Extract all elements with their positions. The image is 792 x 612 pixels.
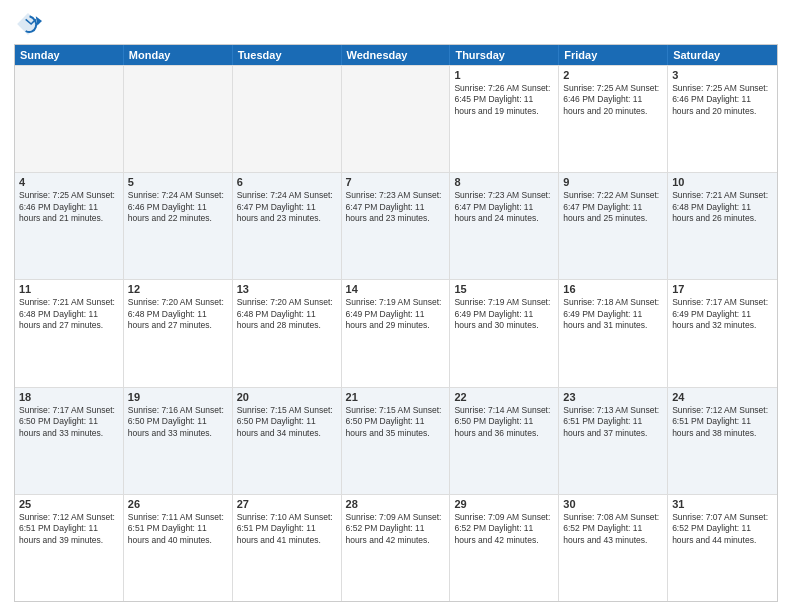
header — [14, 10, 778, 38]
day-details: Sunrise: 7:14 AM Sunset: 6:50 PM Dayligh… — [454, 405, 554, 439]
day-number: 11 — [19, 283, 119, 295]
day-27: 27Sunrise: 7:10 AM Sunset: 6:51 PM Dayli… — [233, 495, 342, 601]
day-details: Sunrise: 7:10 AM Sunset: 6:51 PM Dayligh… — [237, 512, 337, 546]
day-details: Sunrise: 7:08 AM Sunset: 6:52 PM Dayligh… — [563, 512, 663, 546]
day-11: 11Sunrise: 7:21 AM Sunset: 6:48 PM Dayli… — [15, 280, 124, 386]
day-details: Sunrise: 7:24 AM Sunset: 6:46 PM Dayligh… — [128, 190, 228, 224]
day-14: 14Sunrise: 7:19 AM Sunset: 6:49 PM Dayli… — [342, 280, 451, 386]
empty-cell — [124, 66, 233, 172]
day-number: 6 — [237, 176, 337, 188]
day-details: Sunrise: 7:20 AM Sunset: 6:48 PM Dayligh… — [237, 297, 337, 331]
day-details: Sunrise: 7:19 AM Sunset: 6:49 PM Dayligh… — [346, 297, 446, 331]
day-details: Sunrise: 7:07 AM Sunset: 6:52 PM Dayligh… — [672, 512, 773, 546]
header-day-wednesday: Wednesday — [342, 45, 451, 65]
day-1: 1Sunrise: 7:26 AM Sunset: 6:45 PM Daylig… — [450, 66, 559, 172]
day-number: 29 — [454, 498, 554, 510]
day-details: Sunrise: 7:12 AM Sunset: 6:51 PM Dayligh… — [19, 512, 119, 546]
day-details: Sunrise: 7:21 AM Sunset: 6:48 PM Dayligh… — [19, 297, 119, 331]
day-details: Sunrise: 7:09 AM Sunset: 6:52 PM Dayligh… — [346, 512, 446, 546]
day-number: 22 — [454, 391, 554, 403]
empty-cell — [233, 66, 342, 172]
day-number: 4 — [19, 176, 119, 188]
day-10: 10Sunrise: 7:21 AM Sunset: 6:48 PM Dayli… — [668, 173, 777, 279]
calendar-week-5: 25Sunrise: 7:12 AM Sunset: 6:51 PM Dayli… — [15, 494, 777, 601]
logo-icon — [14, 10, 42, 38]
logo — [14, 10, 46, 38]
day-30: 30Sunrise: 7:08 AM Sunset: 6:52 PM Dayli… — [559, 495, 668, 601]
day-25: 25Sunrise: 7:12 AM Sunset: 6:51 PM Dayli… — [15, 495, 124, 601]
day-17: 17Sunrise: 7:17 AM Sunset: 6:49 PM Dayli… — [668, 280, 777, 386]
day-number: 10 — [672, 176, 773, 188]
day-details: Sunrise: 7:17 AM Sunset: 6:49 PM Dayligh… — [672, 297, 773, 331]
day-number: 24 — [672, 391, 773, 403]
day-20: 20Sunrise: 7:15 AM Sunset: 6:50 PM Dayli… — [233, 388, 342, 494]
day-number: 21 — [346, 391, 446, 403]
day-12: 12Sunrise: 7:20 AM Sunset: 6:48 PM Dayli… — [124, 280, 233, 386]
calendar-week-2: 4Sunrise: 7:25 AM Sunset: 6:46 PM Daylig… — [15, 172, 777, 279]
day-details: Sunrise: 7:11 AM Sunset: 6:51 PM Dayligh… — [128, 512, 228, 546]
day-details: Sunrise: 7:15 AM Sunset: 6:50 PM Dayligh… — [237, 405, 337, 439]
day-28: 28Sunrise: 7:09 AM Sunset: 6:52 PM Dayli… — [342, 495, 451, 601]
day-19: 19Sunrise: 7:16 AM Sunset: 6:50 PM Dayli… — [124, 388, 233, 494]
day-number: 31 — [672, 498, 773, 510]
day-number: 9 — [563, 176, 663, 188]
day-31: 31Sunrise: 7:07 AM Sunset: 6:52 PM Dayli… — [668, 495, 777, 601]
day-3: 3Sunrise: 7:25 AM Sunset: 6:46 PM Daylig… — [668, 66, 777, 172]
day-number: 17 — [672, 283, 773, 295]
day-details: Sunrise: 7:25 AM Sunset: 6:46 PM Dayligh… — [563, 83, 663, 117]
empty-cell — [342, 66, 451, 172]
day-18: 18Sunrise: 7:17 AM Sunset: 6:50 PM Dayli… — [15, 388, 124, 494]
day-number: 5 — [128, 176, 228, 188]
header-day-friday: Friday — [559, 45, 668, 65]
day-number: 27 — [237, 498, 337, 510]
day-details: Sunrise: 7:26 AM Sunset: 6:45 PM Dayligh… — [454, 83, 554, 117]
day-details: Sunrise: 7:23 AM Sunset: 6:47 PM Dayligh… — [346, 190, 446, 224]
day-details: Sunrise: 7:25 AM Sunset: 6:46 PM Dayligh… — [19, 190, 119, 224]
day-2: 2Sunrise: 7:25 AM Sunset: 6:46 PM Daylig… — [559, 66, 668, 172]
day-number: 14 — [346, 283, 446, 295]
empty-cell — [15, 66, 124, 172]
day-details: Sunrise: 7:20 AM Sunset: 6:48 PM Dayligh… — [128, 297, 228, 331]
day-5: 5Sunrise: 7:24 AM Sunset: 6:46 PM Daylig… — [124, 173, 233, 279]
day-number: 18 — [19, 391, 119, 403]
day-number: 7 — [346, 176, 446, 188]
day-number: 23 — [563, 391, 663, 403]
day-details: Sunrise: 7:17 AM Sunset: 6:50 PM Dayligh… — [19, 405, 119, 439]
day-details: Sunrise: 7:23 AM Sunset: 6:47 PM Dayligh… — [454, 190, 554, 224]
day-number: 12 — [128, 283, 228, 295]
day-22: 22Sunrise: 7:14 AM Sunset: 6:50 PM Dayli… — [450, 388, 559, 494]
day-number: 19 — [128, 391, 228, 403]
day-details: Sunrise: 7:15 AM Sunset: 6:50 PM Dayligh… — [346, 405, 446, 439]
calendar: SundayMondayTuesdayWednesdayThursdayFrid… — [14, 44, 778, 602]
page: SundayMondayTuesdayWednesdayThursdayFrid… — [0, 0, 792, 612]
day-16: 16Sunrise: 7:18 AM Sunset: 6:49 PM Dayli… — [559, 280, 668, 386]
calendar-week-1: 1Sunrise: 7:26 AM Sunset: 6:45 PM Daylig… — [15, 65, 777, 172]
header-day-thursday: Thursday — [450, 45, 559, 65]
day-6: 6Sunrise: 7:24 AM Sunset: 6:47 PM Daylig… — [233, 173, 342, 279]
calendar-body: 1Sunrise: 7:26 AM Sunset: 6:45 PM Daylig… — [15, 65, 777, 601]
day-21: 21Sunrise: 7:15 AM Sunset: 6:50 PM Dayli… — [342, 388, 451, 494]
calendar-header: SundayMondayTuesdayWednesdayThursdayFrid… — [15, 45, 777, 65]
day-details: Sunrise: 7:22 AM Sunset: 6:47 PM Dayligh… — [563, 190, 663, 224]
header-day-saturday: Saturday — [668, 45, 777, 65]
day-15: 15Sunrise: 7:19 AM Sunset: 6:49 PM Dayli… — [450, 280, 559, 386]
day-details: Sunrise: 7:12 AM Sunset: 6:51 PM Dayligh… — [672, 405, 773, 439]
day-29: 29Sunrise: 7:09 AM Sunset: 6:52 PM Dayli… — [450, 495, 559, 601]
day-number: 20 — [237, 391, 337, 403]
day-number: 13 — [237, 283, 337, 295]
day-23: 23Sunrise: 7:13 AM Sunset: 6:51 PM Dayli… — [559, 388, 668, 494]
day-26: 26Sunrise: 7:11 AM Sunset: 6:51 PM Dayli… — [124, 495, 233, 601]
day-number: 15 — [454, 283, 554, 295]
day-number: 28 — [346, 498, 446, 510]
day-number: 26 — [128, 498, 228, 510]
day-7: 7Sunrise: 7:23 AM Sunset: 6:47 PM Daylig… — [342, 173, 451, 279]
day-number: 8 — [454, 176, 554, 188]
header-day-tuesday: Tuesday — [233, 45, 342, 65]
day-13: 13Sunrise: 7:20 AM Sunset: 6:48 PM Dayli… — [233, 280, 342, 386]
day-details: Sunrise: 7:24 AM Sunset: 6:47 PM Dayligh… — [237, 190, 337, 224]
day-number: 25 — [19, 498, 119, 510]
day-details: Sunrise: 7:19 AM Sunset: 6:49 PM Dayligh… — [454, 297, 554, 331]
day-number: 3 — [672, 69, 773, 81]
day-details: Sunrise: 7:09 AM Sunset: 6:52 PM Dayligh… — [454, 512, 554, 546]
day-number: 30 — [563, 498, 663, 510]
